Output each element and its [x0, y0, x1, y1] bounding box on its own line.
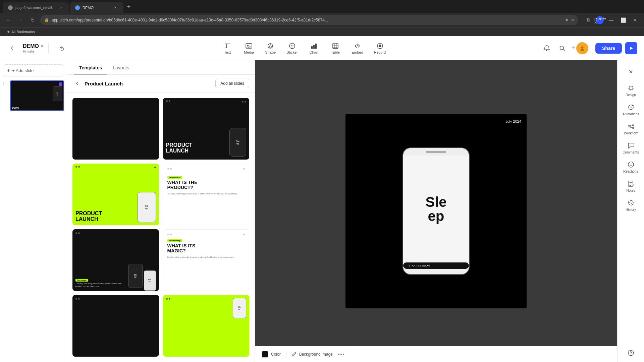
slides-panel: + + Add slide 1 Sleep DEMO	[0, 60, 67, 362]
right-panel-history[interactable]: History	[619, 196, 643, 214]
tab-layouts[interactable]: Layouts	[107, 60, 135, 74]
tab-pageflows[interactable]: pageflows.com/_emails/_7fb5... ✕	[3, 2, 69, 13]
card5-phone1: Sleep	[128, 264, 143, 288]
search-button[interactable]	[556, 42, 568, 54]
card2-title: PRODUCTLAUNCH	[166, 142, 227, 154]
app-back-button[interactable]	[7, 43, 17, 54]
template-card-8[interactable]: Sleep	[163, 295, 250, 357]
color-swatch[interactable]	[262, 351, 268, 358]
template-card-7[interactable]	[72, 295, 159, 357]
template-card-1[interactable]	[72, 98, 159, 160]
bookmarks-label: All Bookmarks	[11, 30, 35, 34]
card2-dots-right	[242, 101, 246, 103]
browser-actions: ⧉ Incognito (2) — ⬜ ✕	[584, 15, 640, 25]
design-icon	[627, 84, 635, 92]
svg-rect-10	[313, 45, 315, 49]
slide-thumbnail-1[interactable]: Sleep DEMO	[10, 80, 64, 111]
notes-icon	[627, 180, 635, 187]
svg-point-14	[379, 45, 381, 47]
back-button[interactable]: ←	[4, 15, 13, 25]
template-card-5[interactable]: Narrowed The very first thing you want t…	[72, 229, 159, 291]
color-label[interactable]: Color	[271, 352, 281, 357]
right-panel-close-btn[interactable]: ✕	[625, 66, 637, 78]
right-panel-design[interactable]: Design	[619, 82, 643, 100]
slide-number-1: 1	[3, 80, 7, 86]
presentation-title[interactable]: DEMO ▾	[23, 43, 43, 49]
phone-word-line1: Sle	[425, 194, 446, 210]
toolbar-chart-label: Chart	[309, 50, 318, 54]
template-back-button[interactable]	[72, 79, 82, 88]
toolbar-embed[interactable]: Embed	[347, 40, 368, 56]
toolbar-table-label: Table	[331, 50, 340, 54]
tab-close-1[interactable]: ✕	[58, 5, 64, 10]
more-btn[interactable]	[338, 354, 344, 355]
add-icon[interactable]: +	[572, 45, 575, 52]
share-button[interactable]: Share	[595, 43, 622, 54]
slide-canvas[interactable]: July 2024 Sle ep START SESSION	[345, 114, 527, 308]
minimize-btn[interactable]: —	[606, 15, 616, 25]
card4-title: WHAT IS THEPRODUCT?	[167, 180, 245, 190]
brush-icon	[292, 352, 297, 357]
all-bookmarks[interactable]: ★ All Bookmarks	[4, 29, 38, 35]
tab-templates[interactable]: Templates	[74, 60, 107, 74]
toolbar-media[interactable]: Media	[239, 40, 259, 56]
tab-favicon-2	[75, 5, 80, 10]
animations-label: Animations	[623, 112, 639, 116]
address-bar[interactable]: 🔒 app.pitch.com/app/presentation/b86dbc6…	[40, 15, 578, 25]
phone-word-line2: ep	[428, 208, 444, 224]
user-avatar[interactable]	[576, 42, 588, 54]
template-card-4[interactable]: Subheading WHAT IS THEPRODUCT? The very …	[163, 164, 250, 225]
add-all-slides-button[interactable]: Add all slides	[215, 79, 249, 88]
toolbar-chart[interactable]: Chart	[304, 40, 324, 56]
bell-icon	[543, 45, 550, 52]
toolbar-record[interactable]: Record	[369, 40, 390, 56]
card6-dots	[167, 234, 172, 235]
svg-point-7	[291, 45, 292, 46]
phone-content: Sle ep	[403, 156, 469, 262]
tab-close-2[interactable]: ✕	[113, 5, 118, 10]
add-slide-button[interactable]: + + Add slide	[3, 64, 64, 76]
extensions-btn[interactable]: ⧉	[584, 15, 593, 25]
profile-btn[interactable]: Incognito (2)	[596, 16, 604, 24]
canvas-date: July 2024	[505, 119, 521, 123]
card4-label: Subheading	[167, 176, 182, 179]
maximize-btn[interactable]: ⬜	[619, 15, 628, 25]
template-card-2[interactable]: PRODUCTLAUNCH Sleep	[163, 98, 250, 160]
card4-dot-right	[243, 168, 245, 170]
toolbar-table[interactable]: Table	[325, 40, 345, 56]
right-panel-notes[interactable]: Notes	[619, 177, 643, 195]
reactions-icon	[627, 161, 635, 168]
right-panel-help[interactable]	[619, 347, 643, 362]
toolbar-text[interactable]: Text	[217, 40, 237, 56]
slide-badge	[59, 82, 62, 86]
right-panel-workflow[interactable]: Workflow	[619, 120, 643, 138]
record-icon	[376, 42, 384, 50]
toolbar-sticker[interactable]: Sticker	[282, 40, 303, 56]
user-icon	[579, 45, 585, 51]
refresh-button[interactable]: ↻	[28, 15, 38, 25]
toolbar-record-label: Record	[374, 50, 386, 54]
undo-button[interactable]	[57, 43, 67, 54]
svg-point-18	[632, 105, 634, 106]
close-btn[interactable]: ✕	[631, 15, 640, 25]
tab-title-1: pageflows.com/_emails/_7fb5...	[15, 6, 56, 10]
history-icon	[627, 199, 635, 206]
template-card-3[interactable]: PRODUCTLAUNCH Sleep	[72, 164, 159, 225]
card8-top: Sleep	[163, 295, 249, 321]
notifications-button[interactable]	[541, 42, 553, 54]
right-panel-animations[interactable]: Animations	[619, 101, 643, 119]
forward-button[interactable]: →	[16, 15, 25, 25]
workflow-label: Workflow	[624, 131, 638, 135]
svg-point-4	[247, 45, 249, 46]
right-panel-comments[interactable]: Comments	[619, 139, 643, 157]
tab-demo[interactable]: DEMO ✕	[70, 2, 123, 13]
template-card-6[interactable]: Subheading WHAT IS ITSMAGIC? Use this sl…	[163, 229, 250, 291]
toolbar-shape[interactable]: Shape	[260, 40, 280, 56]
slide-phone-preview: Sleep	[53, 86, 62, 101]
phone-notch	[426, 151, 446, 153]
present-button[interactable]	[625, 42, 637, 54]
template-grid: PRODUCTLAUNCH Sleep	[67, 93, 255, 362]
new-tab-button[interactable]: +	[124, 2, 133, 12]
bg-image-section[interactable]: Background image	[292, 352, 333, 357]
right-panel-reactions[interactable]: Reactions	[619, 158, 643, 176]
